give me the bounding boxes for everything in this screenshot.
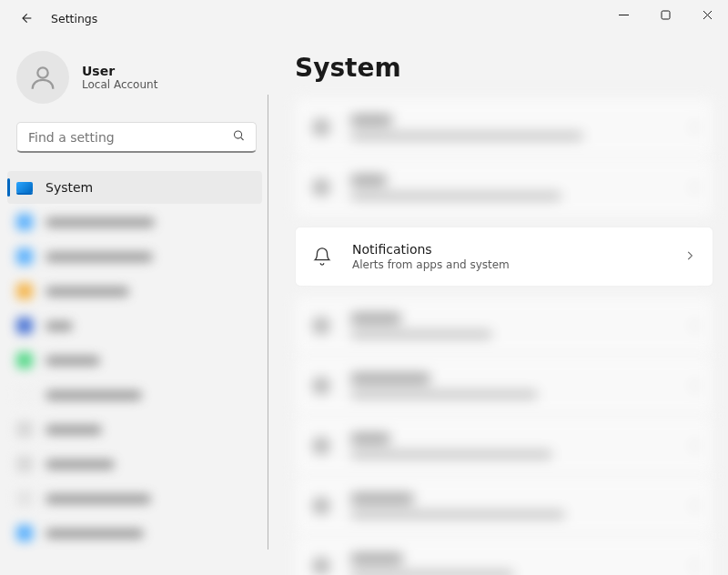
minimize-button[interactable] <box>602 0 644 29</box>
placeholder-icon <box>16 318 33 334</box>
chevron-right-icon <box>687 380 697 390</box>
sidebar-item-placeholder[interactable] <box>7 413 262 446</box>
nav: System <box>4 169 266 575</box>
back-button[interactable] <box>11 3 42 34</box>
svg-point-2 <box>235 131 242 138</box>
card-placeholder[interactable] <box>295 416 713 476</box>
sidebar-item-placeholder[interactable] <box>7 309 262 342</box>
placeholder-title <box>350 493 414 504</box>
arrow-left-icon <box>19 11 34 25</box>
search-icon <box>232 129 246 146</box>
svg-rect-0 <box>662 11 670 19</box>
placeholder-label <box>46 390 142 400</box>
card-subtitle: Alerts from apps and system <box>352 258 510 271</box>
sidebar-item-placeholder[interactable] <box>7 482 262 515</box>
maximize-icon <box>661 10 671 20</box>
placeholder-icon <box>312 557 330 575</box>
chevron-right-icon <box>687 560 697 570</box>
titlebar: Settings <box>0 0 728 36</box>
placeholder-icon <box>16 214 33 230</box>
sidebar: User Local Account System <box>0 36 273 575</box>
placeholder-icon <box>312 317 330 335</box>
placeholder-icon <box>16 283 33 299</box>
card-notifications[interactable]: Notifications Alerts from apps and syste… <box>295 227 713 287</box>
settings-list: Notifications Alerts from apps and syste… <box>295 97 713 575</box>
placeholder-sub <box>350 132 583 140</box>
maximize-button[interactable] <box>644 0 686 29</box>
placeholder-icon <box>312 437 330 455</box>
sidebar-item-placeholder[interactable] <box>7 240 262 273</box>
placeholder-icon <box>16 456 33 472</box>
card-placeholder[interactable] <box>295 356 713 416</box>
placeholder-label <box>46 459 115 469</box>
minimize-icon <box>619 10 629 20</box>
page-title: System <box>295 53 713 83</box>
card-placeholder[interactable] <box>295 97 713 157</box>
placeholder-sub <box>350 390 538 398</box>
placeholder-label <box>46 252 153 262</box>
placeholder-icon <box>312 497 330 515</box>
placeholder-icon <box>312 118 330 136</box>
app-title: Settings <box>51 12 97 25</box>
sidebar-item-placeholder[interactable] <box>7 275 262 308</box>
user-icon <box>27 62 58 93</box>
window-controls <box>602 0 728 36</box>
placeholder-icon <box>16 421 33 438</box>
user-account-type: Local Account <box>82 78 157 91</box>
placeholder-icon <box>312 377 330 395</box>
card-placeholder[interactable] <box>295 296 713 356</box>
placeholder-title <box>350 553 403 564</box>
placeholder-sub <box>350 330 492 338</box>
chevron-right-icon <box>687 122 697 132</box>
chevron-right-icon <box>683 248 696 266</box>
placeholder-label <box>46 529 144 539</box>
display-icon <box>16 182 33 193</box>
sidebar-item-placeholder[interactable] <box>7 517 262 550</box>
placeholder-icon <box>16 387 33 403</box>
scroll-divider <box>268 95 268 550</box>
placeholder-label <box>46 217 155 227</box>
sidebar-item-label: System <box>46 180 93 195</box>
placeholder-icon <box>312 178 330 197</box>
placeholder-icon <box>16 490 33 507</box>
card-placeholder[interactable] <box>295 476 713 536</box>
chevron-right-icon <box>687 440 697 450</box>
placeholder-sub <box>350 192 561 200</box>
chevron-right-icon <box>687 182 697 192</box>
placeholder-title <box>350 115 392 126</box>
card-placeholder[interactable] <box>295 536 713 575</box>
close-icon <box>703 10 713 20</box>
placeholder-label <box>46 287 129 297</box>
search-box <box>16 122 257 153</box>
sidebar-item-placeholder[interactable] <box>7 378 262 411</box>
placeholder-icon <box>16 352 33 368</box>
sidebar-item-placeholder[interactable] <box>7 344 262 377</box>
user-block[interactable]: User Local Account <box>11 44 262 122</box>
placeholder-icon <box>16 525 33 541</box>
sidebar-item-system[interactable]: System <box>7 171 262 204</box>
placeholder-sub <box>350 570 514 575</box>
placeholder-label <box>46 425 102 435</box>
chevron-right-icon <box>687 500 697 510</box>
close-button[interactable] <box>686 0 728 29</box>
sidebar-item-placeholder[interactable] <box>7 448 262 480</box>
sidebar-item-placeholder[interactable] <box>7 206 262 238</box>
placeholder-sub <box>350 510 565 519</box>
avatar <box>16 51 69 104</box>
placeholder-label <box>46 356 100 366</box>
main-panel: System Notifications Alerts from apps an… <box>273 36 728 575</box>
card-title: Notifications <box>352 242 510 257</box>
user-name: User <box>82 64 157 78</box>
card-placeholder[interactable] <box>295 157 713 217</box>
placeholder-sub <box>350 450 552 459</box>
placeholder-icon <box>16 248 33 265</box>
bell-icon <box>312 247 332 267</box>
placeholder-label <box>46 321 73 331</box>
chevron-right-icon <box>687 320 697 330</box>
svg-point-1 <box>37 67 47 77</box>
placeholder-title <box>350 373 430 384</box>
placeholder-title <box>350 175 387 186</box>
placeholder-label <box>46 494 151 504</box>
placeholder-title <box>350 313 401 324</box>
search-input[interactable] <box>16 122 257 153</box>
